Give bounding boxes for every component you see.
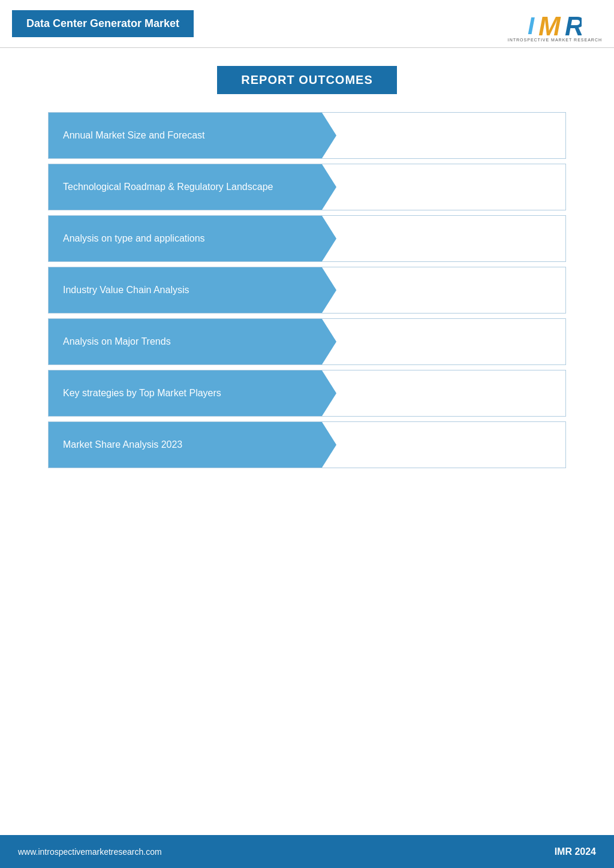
outcome-label-2: Technological Roadmap & Regulatory Lands… — [49, 164, 336, 210]
logo-svg: I M R — [528, 5, 582, 41]
outcome-label-1: Annual Market Size and Forecast — [49, 113, 336, 158]
outcome-right-3 — [336, 216, 565, 261]
outcome-label-3: Analysis on type and applications — [49, 216, 336, 261]
outcome-right-5 — [336, 319, 565, 364]
section-title-wrapper: REPORT OUTCOMES — [48, 66, 566, 94]
logo-letters: I M R — [528, 5, 582, 41]
page-footer: www.introspectivemarketresearch.com IMR … — [0, 835, 614, 868]
svg-text:M: M — [538, 11, 561, 41]
outcome-label-4: Industry Value Chain Analysis — [49, 267, 336, 313]
svg-text:R: R — [565, 11, 582, 41]
outcome-right-1 — [336, 113, 565, 158]
page-header: Data Center Generator Market I M R INTRO… — [0, 0, 614, 48]
outcome-right-2 — [336, 164, 565, 210]
outcome-item-1: Annual Market Size and Forecast — [48, 112, 566, 159]
logo: I M R INTROSPECTIVE MARKET RESEARCH — [508, 5, 602, 42]
main-content: REPORT OUTCOMES Annual Market Size and F… — [0, 48, 614, 521]
outcomes-list: Annual Market Size and Forecast Technolo… — [48, 112, 566, 473]
outcome-item-4: Industry Value Chain Analysis — [48, 267, 566, 314]
page-title: Data Center Generator Market — [26, 17, 179, 29]
outcome-right-4 — [336, 267, 565, 313]
outcome-item-3: Analysis on type and applications — [48, 215, 566, 262]
header-title-bar: Data Center Generator Market — [12, 10, 194, 37]
outcome-label-7: Market Share Analysis 2023 — [49, 422, 336, 468]
outcome-item-7: Market Share Analysis 2023 — [48, 421, 566, 468]
outcome-item-2: Technological Roadmap & Regulatory Lands… — [48, 164, 566, 210]
outcome-label-5: Analysis on Major Trends — [49, 319, 336, 364]
outcome-item-6: Key strategies by Top Market Players — [48, 370, 566, 417]
section-title: REPORT OUTCOMES — [217, 66, 396, 94]
outcome-right-7 — [336, 422, 565, 468]
footer-url: www.introspectivemarketresearch.com — [18, 847, 162, 857]
outcome-item-5: Analysis on Major Trends — [48, 318, 566, 365]
footer-brand: IMR 2024 — [555, 846, 596, 857]
logo-subtitle: INTROSPECTIVE MARKET RESEARCH — [508, 38, 602, 42]
outcome-right-6 — [336, 370, 565, 416]
outcome-label-6: Key strategies by Top Market Players — [49, 370, 336, 416]
svg-text:I: I — [528, 13, 535, 39]
